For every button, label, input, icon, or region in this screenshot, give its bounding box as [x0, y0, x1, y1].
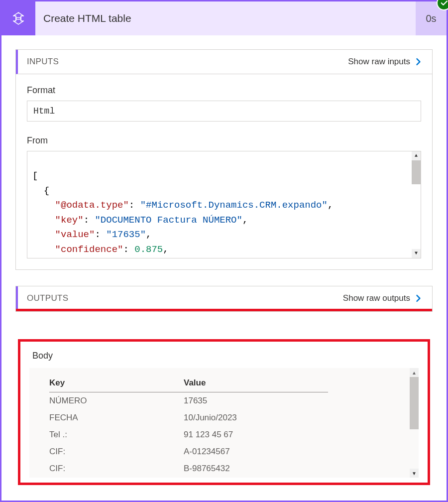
from-label: From [27, 135, 421, 146]
outputs-body-frame: Body Key Value NÚMERO 17635 [18, 339, 430, 485]
col-header-value: Value [184, 375, 328, 392]
outputs-title: OUTPUTS [27, 293, 68, 303]
format-value[interactable]: Html [27, 101, 421, 122]
action-icon-box [1, 1, 35, 35]
table-row: FECHA 10/Junio/2023 [49, 409, 328, 426]
action-header: Create HTML table 0s [1, 1, 447, 35]
body-label: Body [32, 351, 419, 361]
table-row: Tel .: 91 123 45 67 [49, 426, 328, 443]
action-title: Create HTML table [35, 1, 416, 35]
show-raw-outputs-button[interactable]: Show raw outputs [343, 293, 423, 303]
data-operation-icon [10, 10, 27, 27]
scroll-up-icon[interactable]: ▲ [412, 151, 421, 160]
scrollbar-thumb[interactable] [410, 377, 419, 429]
inputs-panel: INPUTS Show raw inputs Format Html From … [15, 49, 433, 270]
scroll-down-icon[interactable]: ▼ [412, 249, 421, 258]
outputs-panel-head: OUTPUTS Show raw outputs [16, 286, 432, 311]
body-table: Key Value NÚMERO 17635 FECHA 10/Junio/20… [49, 375, 328, 477]
chevron-right-icon [413, 293, 423, 303]
check-icon [440, 0, 448, 7]
col-header-key: Key [49, 375, 184, 392]
table-row: CIF: A-01234567 [49, 443, 328, 460]
outputs-panel: OUTPUTS Show raw outputs [15, 286, 433, 312]
show-raw-inputs-button[interactable]: Show raw inputs [348, 57, 423, 67]
scrollbar-thumb[interactable] [412, 160, 421, 184]
outputs-body-highlight [16, 309, 432, 311]
chevron-right-icon [413, 57, 423, 67]
format-label: Format [27, 85, 421, 96]
scroll-up-icon[interactable]: ▲ [410, 368, 419, 377]
show-raw-outputs-label: Show raw outputs [343, 293, 410, 303]
inputs-panel-head: INPUTS Show raw inputs [16, 50, 432, 74]
svg-rect-0 [16, 17, 21, 19]
body-table-container[interactable]: Key Value NÚMERO 17635 FECHA 10/Junio/20… [29, 368, 419, 478]
inputs-title: INPUTS [27, 57, 59, 67]
table-row: NÚMERO 17635 [49, 392, 328, 410]
scroll-down-icon[interactable]: ▼ [410, 469, 419, 478]
from-json-box[interactable]: [ { "@odata.type": "#Microsoft.Dynamics.… [27, 151, 421, 258]
table-row: CIF: B-98765432 [49, 460, 328, 477]
show-raw-inputs-label: Show raw inputs [348, 57, 410, 67]
inputs-body: Format Html From [ { "@odata.type": "#Mi… [16, 74, 432, 269]
